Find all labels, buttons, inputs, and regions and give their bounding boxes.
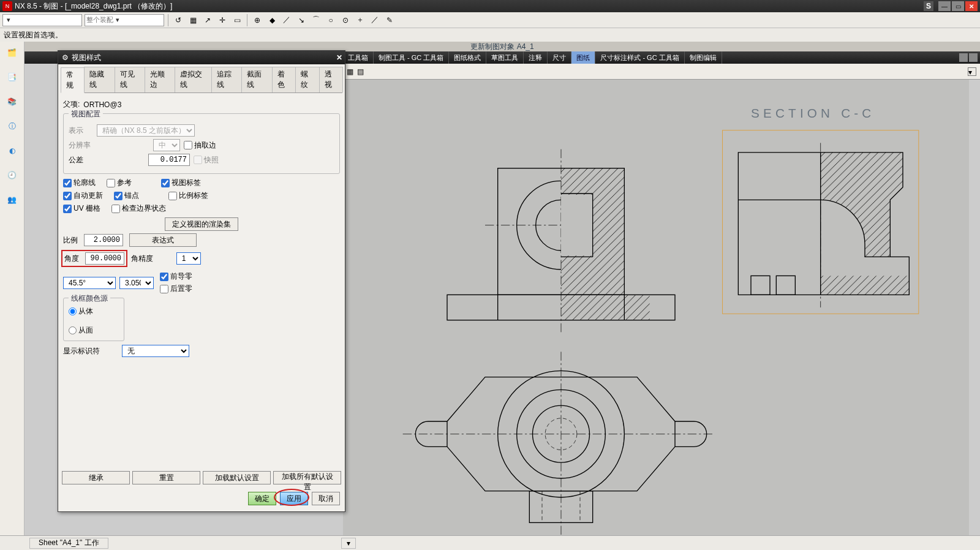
dialog-tabs: 常规 隐藏线 可见线 光顺边 虚拟交线 追踪线 截面线 着色 螺纹 透视 bbox=[61, 67, 342, 93]
tool-icon[interactable]: ／ bbox=[281, 14, 293, 26]
ok-button[interactable]: 确定 bbox=[248, 492, 276, 505]
nav-icon[interactable]: ⓘ bbox=[4, 118, 21, 135]
ribbon-tab-active[interactable]: 图纸 bbox=[571, 51, 595, 64]
dialog-tab[interactable]: 可见线 bbox=[115, 67, 145, 92]
from-body-radio[interactable] bbox=[69, 307, 77, 315]
ribbon-tab[interactable]: 制图编辑 bbox=[685, 51, 722, 64]
roles-icon[interactable]: 👥 bbox=[4, 191, 21, 208]
tool-icon[interactable]: ↺ bbox=[172, 14, 184, 26]
sheet-icon[interactable]: ▤ bbox=[357, 67, 364, 76]
center-host: 更新制图对象 A4_1 工具箱 制图工具 - GC 工具箱 图纸格式 草图工具 … bbox=[24, 42, 980, 535]
sheet-icon[interactable]: ▦ bbox=[347, 67, 353, 76]
from-face-radio[interactable] bbox=[69, 326, 77, 334]
scale-input[interactable] bbox=[84, 234, 123, 246]
nav-icon[interactable]: 📚 bbox=[4, 93, 21, 110]
dialog-tab[interactable]: 截面线 bbox=[241, 67, 272, 92]
frame-color-group: 线框颜色源 从体 从面 bbox=[63, 298, 124, 341]
sheet-status[interactable]: Sheet "A4_1" 工作 bbox=[29, 538, 108, 549]
dialog-tab[interactable]: 虚拟交线 bbox=[175, 67, 212, 92]
app-title-bar: N NX 8.5 - 制图 - [_model28_dwg1.prt （修改的）… bbox=[0, 0, 980, 12]
show-marker-combo[interactable]: 无 bbox=[122, 345, 189, 357]
tool-icon[interactable]: ○ bbox=[325, 14, 337, 26]
tool-icon[interactable]: ／ bbox=[369, 14, 381, 26]
tool-icon[interactable]: ↘ bbox=[295, 14, 307, 26]
angle-decimal-combo[interactable]: 3.050 bbox=[119, 277, 154, 289]
ribbon-tab[interactable]: 尺寸 bbox=[548, 51, 571, 64]
reference-check[interactable] bbox=[107, 179, 115, 187]
tool-icon[interactable]: ⊕ bbox=[251, 14, 263, 26]
dialog-tab[interactable]: 透视 bbox=[319, 67, 343, 92]
expression-button[interactable]: 表达式 bbox=[129, 233, 197, 247]
view-config-group: 视图配置 表示 精确（NX 8.5 之前版本） 分辨率 中 抽取边 bbox=[63, 113, 340, 174]
close-button[interactable]: ✕ bbox=[965, 1, 978, 11]
minimize-button[interactable]: — bbox=[938, 1, 951, 11]
scale-label-check[interactable] bbox=[168, 192, 177, 200]
dialog-tab[interactable]: 追踪线 bbox=[211, 67, 242, 92]
dialog-tab[interactable]: 着色 bbox=[272, 67, 296, 92]
cancel-button[interactable]: 取消 bbox=[312, 492, 340, 505]
tool-icon[interactable]: ▭ bbox=[231, 14, 243, 26]
snapshot-check bbox=[194, 156, 202, 164]
status-dropdown-icon[interactable]: ▾ bbox=[341, 538, 356, 549]
nav-icon[interactable]: 🗂️ bbox=[4, 44, 21, 61]
dialog-tab[interactable]: 光顺边 bbox=[145, 67, 175, 92]
ribbon-tab[interactable]: 尺寸标注样式 - GC 工具箱 bbox=[595, 51, 684, 64]
maximize-button[interactable]: ▭ bbox=[952, 1, 964, 11]
dialog-close-icon[interactable]: ✕ bbox=[336, 53, 342, 62]
define-render-button[interactable]: 定义视图的渲染集 bbox=[165, 217, 238, 231]
ribbon-tab[interactable]: 图纸格式 bbox=[449, 51, 486, 64]
tool-icon[interactable]: ✛ bbox=[216, 14, 228, 26]
ribbon-tab[interactable]: 工具箱 bbox=[343, 51, 374, 64]
leading-zero-check[interactable] bbox=[160, 273, 168, 281]
section-title: SECTION C-C bbox=[751, 106, 875, 120]
toolbar-overflow-icon[interactable]: ▾ bbox=[968, 67, 976, 76]
trailing-zero-check[interactable] bbox=[160, 285, 168, 293]
tool-icon[interactable]: ↗ bbox=[202, 14, 214, 26]
ribbon-collapse-icon[interactable] bbox=[959, 53, 968, 62]
history-icon[interactable]: 🕘 bbox=[4, 167, 21, 184]
apply-button[interactable]: 应用 bbox=[280, 492, 308, 505]
angle-precision-combo[interactable]: 1 bbox=[176, 252, 201, 265]
assembly-combo[interactable]: 整个装配▾ bbox=[85, 14, 164, 26]
tool-icon[interactable]: ＋ bbox=[354, 14, 366, 26]
tool-icon[interactable]: ⊙ bbox=[339, 14, 352, 26]
main-toolbar: ▾ 整个装配▾ ↺ ▦ ↗ ✛ ▭ ⊕ ◆ ／ ↘ ⌒ ○ ⊙ ＋ ／ ✎ bbox=[0, 12, 980, 28]
ribbon-close-icon[interactable] bbox=[969, 53, 978, 62]
status-bar: Sheet "A4_1" 工作 ▾ bbox=[0, 535, 980, 550]
tool-icon[interactable]: ✎ bbox=[383, 14, 396, 26]
app-title: NX 8.5 - 制图 - [_model28_dwg1.prt （修改的）] bbox=[15, 1, 924, 12]
ribbon-tab[interactable]: 注释 bbox=[524, 51, 548, 64]
status-indicator: S bbox=[924, 1, 933, 11]
angle-format-combo[interactable]: 45.5° bbox=[63, 277, 116, 289]
display-combo: 精确（NX 8.5 之前版本） bbox=[97, 124, 195, 137]
tolerance-input[interactable] bbox=[148, 154, 190, 166]
inherit-button[interactable]: 继承 bbox=[62, 471, 130, 484]
tool-icon[interactable]: ⌒ bbox=[310, 14, 322, 26]
ribbon-tab[interactable]: 草图工具 bbox=[486, 51, 524, 64]
dialog-title-bar[interactable]: ⚙ 视图样式 ✕ bbox=[58, 51, 345, 64]
ribbon-toolbar: ▦ ▤ ▾ bbox=[343, 64, 980, 80]
nav-icon[interactable]: 📑 bbox=[4, 69, 21, 86]
drawing-canvas[interactable]: C SECTION C-C bbox=[343, 80, 969, 535]
app-icon: N bbox=[2, 1, 12, 11]
load-defaults-button[interactable]: 加载默认设置 bbox=[203, 471, 271, 484]
load-all-defaults-button[interactable]: 加载所有默认设置 bbox=[273, 471, 341, 484]
outline-check[interactable] bbox=[63, 179, 72, 187]
reset-button[interactable]: 重置 bbox=[132, 471, 200, 484]
auto-update-check[interactable] bbox=[63, 192, 72, 200]
anchor-check[interactable] bbox=[114, 192, 123, 200]
angle-input[interactable] bbox=[85, 252, 124, 265]
nav-icon[interactable]: ◐ bbox=[4, 142, 21, 159]
uv-grid-check[interactable] bbox=[63, 205, 72, 213]
dialog-tab[interactable]: 常规 bbox=[61, 67, 85, 93]
filter-combo-1[interactable]: ▾ bbox=[2, 14, 82, 26]
extract-edge-check[interactable] bbox=[184, 141, 192, 149]
dialog-tab[interactable]: 螺纹 bbox=[295, 67, 319, 92]
ribbon-tab[interactable]: 制图工具 - GC 工具箱 bbox=[374, 51, 449, 64]
tool-icon[interactable]: ▦ bbox=[187, 14, 199, 26]
svg-rect-7 bbox=[561, 295, 650, 320]
tool-icon[interactable]: ◆ bbox=[266, 14, 278, 26]
view-label-check[interactable] bbox=[161, 179, 170, 187]
boundary-check[interactable] bbox=[111, 205, 120, 213]
dialog-tab[interactable]: 隐藏线 bbox=[84, 67, 115, 92]
